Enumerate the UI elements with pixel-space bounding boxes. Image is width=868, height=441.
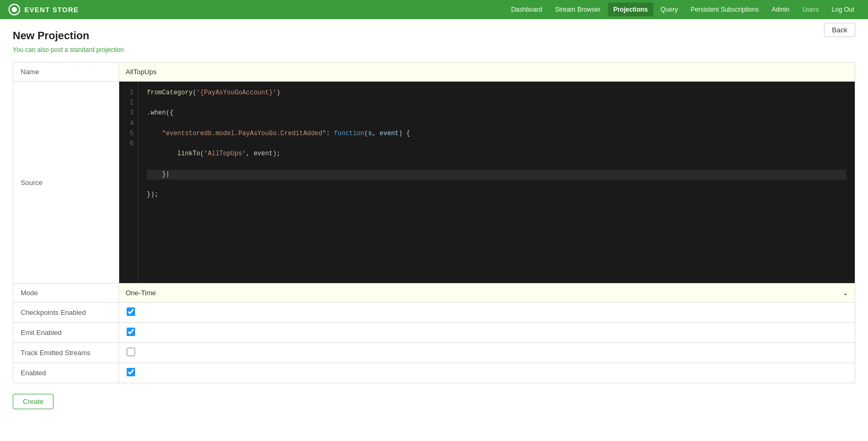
mode-label: Mode: [13, 284, 119, 303]
track-checkbox[interactable]: [127, 348, 135, 356]
brand-text: EVENT STORE: [24, 6, 79, 14]
source-label: Source: [13, 82, 119, 284]
name-value-cell: [119, 63, 855, 82]
emit-checkbox[interactable]: [127, 328, 135, 336]
main-content: New Projection Back You can also post a …: [0, 19, 868, 420]
brand: EVENT STORE: [8, 4, 79, 15]
nav-query[interactable]: Query: [656, 3, 684, 16]
enabled-row: Enabled: [13, 363, 855, 383]
nav-links: Dashboard Stream Browser Projections Que…: [506, 3, 860, 16]
chevron-down-icon: ⌄: [843, 289, 848, 297]
line-num-6: 6: [126, 139, 134, 149]
page-title: New Projection: [13, 30, 855, 42]
line-num-4: 4: [126, 119, 134, 129]
emit-value-cell: [119, 323, 855, 343]
code-line-2: .when({: [147, 108, 846, 118]
nav-dashboard[interactable]: Dashboard: [506, 3, 547, 16]
checkpoints-label: Checkpoints Enabled: [13, 303, 119, 323]
emit-label: Emit Enabled: [13, 323, 119, 343]
nav-stream-browser[interactable]: Stream Browser: [550, 3, 606, 16]
line-num-5: 5: [126, 129, 134, 139]
nav-admin[interactable]: Admin: [766, 3, 795, 16]
name-label: Name: [13, 63, 119, 82]
nav-users[interactable]: Users: [797, 3, 824, 16]
code-line-4: linkTo('AllTopUps', event);: [147, 149, 846, 159]
track-label: Track Emitted Streams: [13, 343, 119, 363]
source-row: Source 1 2 3 4 5 6 fromCategory('{PayAsY…: [13, 82, 855, 284]
mode-value-cell: Continuous One-Time Transient ⌄: [119, 284, 855, 303]
nav-projections[interactable]: Projections: [608, 3, 653, 16]
line-num-1: 1: [126, 88, 134, 98]
enabled-label: Enabled: [13, 363, 119, 383]
source-value-cell: 1 2 3 4 5 6 fromCategory('{PayAsYouGoAcc…: [119, 82, 855, 284]
code-line-5: }|: [147, 170, 846, 180]
mode-row: Mode Continuous One-Time Transient ⌄: [13, 284, 855, 303]
checkpoints-row: Checkpoints Enabled: [13, 303, 855, 323]
mode-select[interactable]: Continuous One-Time Transient: [126, 289, 843, 297]
code-content[interactable]: fromCategory('{PayAsYouGoAccount}') .whe…: [138, 82, 855, 283]
name-row: Name: [13, 63, 855, 82]
line-numbers: 1 2 3 4 5 6: [119, 82, 138, 283]
line-num-3: 3: [126, 108, 134, 118]
nav-persistent-subscriptions[interactable]: Persistent Subscriptions: [685, 3, 764, 16]
mode-select-wrapper: Continuous One-Time Transient ⌄: [119, 285, 855, 301]
brand-logo: [8, 4, 20, 15]
code-editor[interactable]: 1 2 3 4 5 6 fromCategory('{PayAsYouGoAcc…: [119, 82, 855, 283]
name-input[interactable]: [119, 63, 855, 81]
checkpoints-value-cell: [119, 303, 855, 323]
checkpoints-checkbox[interactable]: [127, 307, 135, 316]
emit-row: Emit Enabled: [13, 323, 855, 343]
line-num-2: 2: [126, 98, 134, 108]
standard-projection-link[interactable]: You can also post a standard projection: [13, 46, 855, 54]
form-table: Name Source 1 2 3 4 5 6 fromCategor: [13, 62, 855, 383]
enabled-value-cell: [119, 363, 855, 383]
track-value-cell: [119, 343, 855, 363]
nav-logout[interactable]: Log Out: [826, 3, 860, 16]
track-row: Track Emitted Streams: [13, 343, 855, 363]
enabled-checkbox[interactable]: [127, 368, 135, 376]
code-line-3: "eventstoredb.model.PayAsYouGo.CreditAdd…: [147, 129, 846, 139]
code-line-6: });: [147, 190, 846, 200]
create-button[interactable]: Create: [13, 394, 54, 409]
code-line-1: fromCategory('{PayAsYouGoAccount}'): [147, 88, 846, 98]
back-button[interactable]: Back: [824, 23, 855, 37]
brand-logo-inner: [12, 7, 17, 12]
navbar: EVENT STORE Dashboard Stream Browser Pro…: [0, 0, 868, 19]
